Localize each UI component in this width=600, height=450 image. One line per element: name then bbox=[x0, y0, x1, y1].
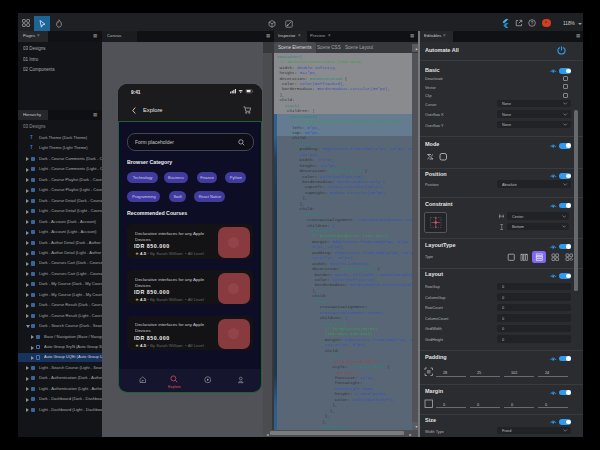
svg-text:?: ? bbox=[530, 21, 533, 26]
